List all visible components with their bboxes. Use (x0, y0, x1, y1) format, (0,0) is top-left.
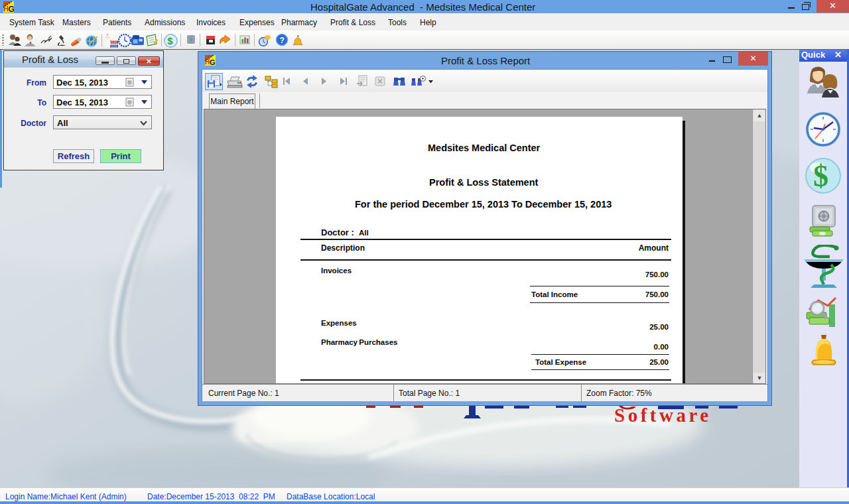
svg-text:G: G (9, 5, 15, 13)
svg-text:$: $ (167, 35, 173, 46)
svg-text:G: G (210, 58, 216, 66)
svg-text:?: ? (279, 36, 284, 45)
svg-text:$: $ (813, 159, 828, 193)
